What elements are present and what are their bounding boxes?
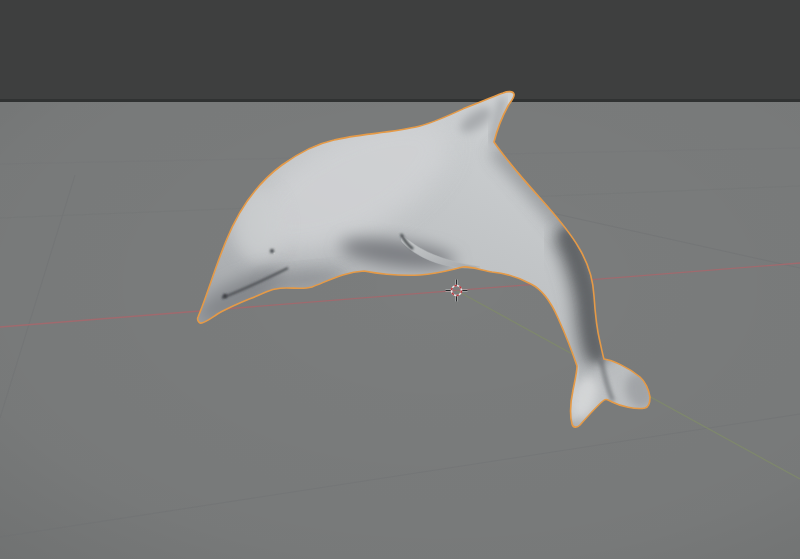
viewport-canvas[interactable]	[0, 0, 800, 559]
3d-viewport[interactable]	[0, 0, 800, 559]
sky-background	[0, 0, 800, 99]
horizon-line	[0, 99, 800, 102]
eye	[270, 249, 274, 253]
mouth-corner	[223, 294, 227, 298]
eye-highlight	[274, 253, 276, 255]
